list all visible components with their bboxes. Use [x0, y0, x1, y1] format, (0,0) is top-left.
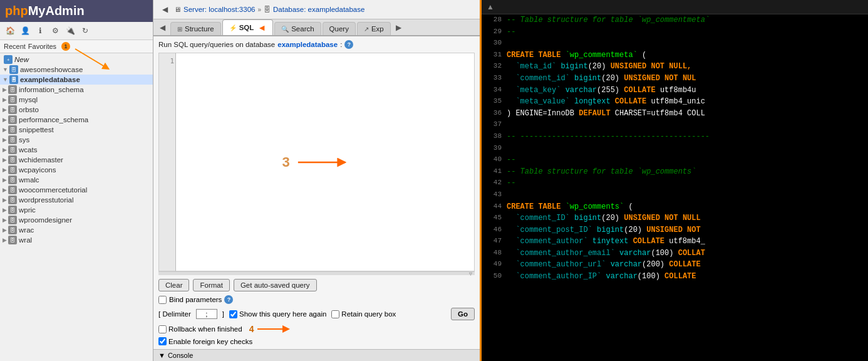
tabs-bar: ◀ ⊞ Structure ⚡ SQL ◄ 🔍 Search Query ↗ E…	[153, 19, 480, 36]
db-icon: 🗄	[8, 236, 17, 244]
sidebar-item-performance-schema[interactable]: ▶ 🗄 performance_schema	[0, 115, 153, 125]
tab-right-arrow[interactable]: ▶	[392, 21, 405, 34]
format-button[interactable]: Format	[193, 279, 229, 291]
home-icon[interactable]: 🏠	[4, 24, 16, 37]
db-icon: 🗄	[8, 105, 17, 114]
db-icon: 🗄	[8, 226, 17, 234]
new-db-item[interactable]: + New	[0, 55, 153, 65]
tab-structure[interactable]: ⊞ Structure	[170, 22, 221, 35]
delimiter-input[interactable]	[199, 310, 214, 318]
code-line-34: 34 `meta_key` varchar(255) COLLATE utf8m…	[482, 85, 868, 97]
tab-query[interactable]: Query	[323, 22, 356, 35]
retain-query-option: Retain query box	[331, 310, 396, 318]
right-code-panel: ▲ 28 -- Table structure for table `wp_co…	[480, 0, 868, 361]
delimiter-bracket-close: ]	[222, 310, 224, 318]
db-icon: 🗄	[8, 196, 17, 204]
new-label: New	[14, 56, 29, 63]
recent-link[interactable]: Recent	[4, 43, 26, 50]
code-line-50: 50 `comment_author_IP` varchar(100) COLL…	[482, 271, 868, 283]
db-icon: 🗄	[8, 155, 17, 164]
sql-editor-container: 1 3	[158, 53, 475, 271]
annotation-4-label: 4	[249, 324, 254, 334]
server-link[interactable]: Server: localhost:3306	[183, 6, 255, 13]
plugin-icon[interactable]: 🔌	[64, 24, 76, 37]
sidebar-toolbar: 🏠 👤 ℹ ⚙ 🔌 ↻	[0, 22, 153, 40]
user-icon[interactable]: 👤	[19, 24, 31, 37]
expand-arrow: ▶	[3, 187, 7, 193]
expand-arrow: ▶	[3, 177, 7, 183]
sql-db-name[interactable]: exampledatabase	[277, 41, 338, 48]
db-icon: 🗄	[9, 75, 18, 84]
tab-structure-label: Structure	[185, 25, 214, 33]
db-icon: 🗄	[8, 85, 17, 94]
sidebar-item-wcats[interactable]: ▶ 🗄 wcats	[0, 145, 153, 155]
sql-textarea[interactable]	[176, 53, 475, 271]
annotation-4-arrow	[256, 323, 294, 335]
settings-icon[interactable]: ⚙	[49, 24, 61, 37]
sidebar-item-mysql[interactable]: ▶ 🗄 mysql	[0, 95, 153, 105]
tab-left-arrow[interactable]: ◀	[156, 21, 169, 34]
code-line-44: 44 CREATE TABLE `wp_comments` (	[482, 201, 868, 213]
breadcrumb-left-arrow[interactable]: ◀	[158, 3, 172, 16]
sql-resize-handle[interactable]	[158, 271, 475, 275]
clear-button[interactable]: Clear	[158, 279, 189, 291]
code-line-47: 47 `comment_author` tinytext COLLATE utf…	[482, 236, 868, 248]
show-query-label: Show this query here again	[239, 310, 326, 318]
sidebar-item-snippettest[interactable]: ▶ 🗄 snippettest	[0, 125, 153, 135]
scroll-up-arrow[interactable]: ▲	[484, 1, 497, 13]
foreign-key-option: Enable foreign key checks	[158, 337, 252, 345]
show-query-checkbox[interactable]	[229, 310, 237, 318]
retain-query-checkbox[interactable]	[331, 310, 339, 318]
help-icon[interactable]: ?	[344, 40, 353, 49]
db-label: wrac	[19, 226, 34, 234]
bind-params-checkbox[interactable]	[158, 296, 167, 304]
sql-icon: ⚡	[229, 24, 237, 31]
sidebar-item-wmalc[interactable]: ▶ 🗄 wmalc	[0, 175, 153, 185]
delimiter-bracket-open: [ Delimiter	[158, 310, 191, 318]
db-label: wral	[19, 236, 32, 244]
database-link[interactable]: Database: exampledatabase	[273, 6, 364, 13]
sidebar-item-wral[interactable]: ▶ 🗄 wral	[0, 235, 153, 245]
console-bar[interactable]: ▼ Console	[153, 349, 480, 361]
sidebar-item-orbsto[interactable]: ▶ 🗄 orbsto	[0, 105, 153, 115]
sidebar-item-information-schema[interactable]: ▶ 🗄 information_schema	[0, 85, 153, 95]
db-icon: +	[4, 55, 13, 64]
db-label: wordpresstutorial	[19, 196, 74, 204]
db-icon: 🗄	[8, 165, 17, 174]
sidebar-item-woocommercetutorial[interactable]: ▶ 🗄 woocommercetutorial	[0, 185, 153, 195]
sidebar-item-wordpresstutorial[interactable]: ▶ 🗄 wordpresstutorial	[0, 195, 153, 205]
code-line-49: 49 `comment_author_url` varchar(200) COL…	[482, 259, 868, 271]
sql-action-buttons: Clear Format Get auto-saved query	[158, 279, 475, 291]
sidebar-item-exampledatabase[interactable]: ▼ 🗄 exampledatabase	[0, 75, 153, 85]
tab-sql[interactable]: ⚡ SQL ◄	[222, 19, 274, 35]
code-view[interactable]: 28 -- Table structure for table `wp_comm…	[482, 14, 868, 361]
db-label: snippettest	[19, 126, 54, 133]
bind-params-help[interactable]: ?	[224, 295, 233, 304]
db-icon: 🗄	[8, 216, 17, 224]
foreign-key-checkbox[interactable]	[158, 337, 167, 345]
sidebar-header: phpMyAdmin	[0, 0, 153, 22]
sidebar-item-wproomdesigner[interactable]: ▶ 🗄 wproomdesigner	[0, 215, 153, 225]
db-label: mysql	[19, 96, 38, 103]
sidebar-item-wrac[interactable]: ▶ 🗄 wrac	[0, 225, 153, 235]
main-content: ◀ 🖥 Server: localhost:3306 » 🗄 Database:…	[153, 0, 480, 361]
go-button[interactable]: Go	[451, 308, 475, 320]
auto-save-button[interactable]: Get auto-saved query	[234, 279, 317, 291]
favorites-link[interactable]: Favorites	[28, 43, 56, 50]
tab-export[interactable]: ↗ Exp	[357, 22, 391, 35]
sidebar-item-wcpayicons[interactable]: ▶ 🗄 wcpayicons	[0, 165, 153, 175]
refresh-icon[interactable]: ↻	[79, 24, 91, 37]
sidebar-item-sys[interactable]: ▶ 🗄 sys	[0, 135, 153, 145]
sidebar-item-wpric[interactable]: ▶ 🗄 wpric	[0, 205, 153, 215]
db-label: wpric	[19, 206, 36, 214]
rollback-option: Rollback when finished 4	[158, 323, 294, 335]
tab-search[interactable]: 🔍 Search	[274, 22, 321, 35]
database-tree: + New ▼ 🗄 awesomeshowcase ▼ 🗄 exampledat…	[0, 53, 153, 361]
expand-arrow: ▶	[3, 227, 7, 233]
rollback-checkbox[interactable]	[158, 325, 167, 333]
sidebar-item-awesomeshowcase[interactable]: ▼ 🗄 awesomeshowcase	[0, 65, 153, 75]
info-icon[interactable]: ℹ	[34, 24, 46, 37]
code-line-28: 28 -- Table structure for table `wp_comm…	[482, 14, 868, 26]
sidebar-item-wchidemaster[interactable]: ▶ 🗄 wchidemaster	[0, 155, 153, 165]
tab-export-label: Exp	[371, 25, 384, 33]
